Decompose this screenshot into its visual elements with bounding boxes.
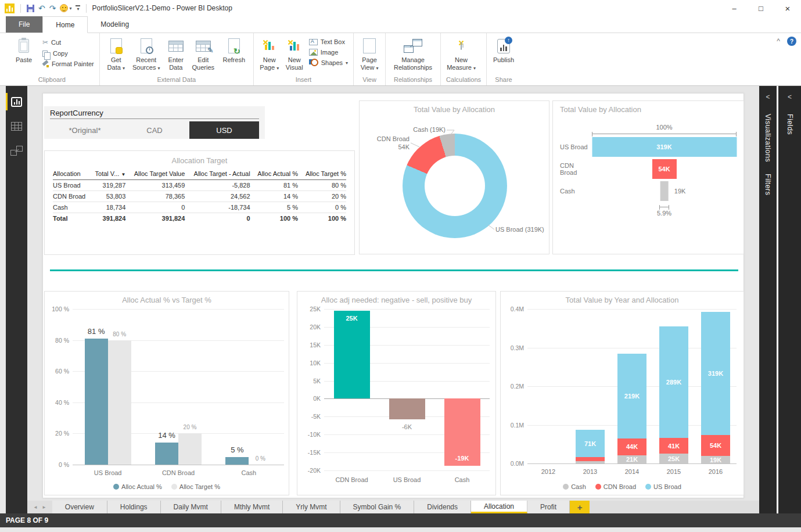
funnel-bar[interactable]: 319K <box>592 137 737 157</box>
bar[interactable] <box>389 398 425 419</box>
visual-title: Total Value by Year and Allocation <box>501 296 743 304</box>
bar[interactable] <box>334 311 370 399</box>
page-tab-mthly-mvmt[interactable]: Mthly Mvmt <box>221 501 283 513</box>
undo-icon[interactable]: ↶ <box>38 4 45 12</box>
enter-data-button[interactable]: Enter Data <box>163 36 189 71</box>
funnel-bar[interactable]: 54K <box>652 159 676 179</box>
table-row[interactable]: Cash18,7340-18,7345 %0 % <box>53 202 346 213</box>
donut-chart[interactable] <box>403 134 507 238</box>
funnel-bar[interactable] <box>660 181 669 201</box>
fields-pane-label[interactable]: Fields <box>786 114 794 135</box>
chevron-down-icon: ▾ <box>157 66 160 71</box>
table-row[interactable]: US Broad319,287313,459-5,82881 %80 % <box>53 180 346 191</box>
image-button[interactable]: Image <box>309 49 348 56</box>
column-header[interactable]: Alloc Target % <box>298 168 346 180</box>
column-header[interactable]: Alloc Target Value <box>125 168 185 180</box>
legend-item[interactable]: Alloc Target % <box>171 483 220 490</box>
tab-home[interactable]: Home <box>42 16 88 33</box>
column-header[interactable]: Alloc Actual % <box>250 168 298 180</box>
stacked-bar-segment[interactable]: 54K <box>701 435 730 456</box>
stacked-bar-segment[interactable] <box>576 461 605 463</box>
copy-button[interactable]: Copy <box>42 50 94 57</box>
page-tab-daily-mvmt[interactable]: Daily Mvmt <box>161 501 221 513</box>
legend-item[interactable]: Alloc Actual % <box>113 483 162 490</box>
maximize-button[interactable]: □ <box>748 0 774 16</box>
stacked-bar-segment[interactable]: 19K <box>701 456 730 463</box>
scroll-tabs-right-icon[interactable]: ► <box>42 505 46 510</box>
recent-sources-button[interactable]: Recent Sources ▾ <box>130 36 163 72</box>
page-tab-symbol-gain-[interactable]: Symbol Gain % <box>340 501 415 513</box>
collapse-ribbon-button[interactable]: ^ <box>777 37 780 45</box>
format-painter-button[interactable]: Format Painter <box>42 60 94 67</box>
tab-file[interactable]: File <box>6 16 42 33</box>
tab-modeling[interactable]: Modeling <box>88 16 142 33</box>
cut-button[interactable]: ✂Cut <box>42 38 94 46</box>
group-label: Calculations <box>444 75 483 85</box>
slicer-option-usd[interactable]: USD <box>189 121 259 139</box>
save-icon[interactable] <box>27 5 34 12</box>
y-axis-tick-label: 100 % <box>46 305 69 312</box>
page-tab-allocation[interactable]: Allocation <box>471 501 527 513</box>
stacked-bar-segment[interactable]: 44K <box>617 438 646 455</box>
refresh-button[interactable]: ↻ Refresh <box>218 36 250 64</box>
stacked-bar-segment[interactable]: 21K <box>617 455 646 463</box>
legend-item[interactable]: CDN Broad <box>595 483 636 490</box>
data-view-button[interactable] <box>6 116 27 136</box>
help-button[interactable]: ? <box>787 37 796 46</box>
stacked-bar-segment[interactable]: 41K <box>659 438 688 454</box>
column-header[interactable]: Allocation <box>53 168 88 180</box>
page-tab-profit[interactable]: Profit <box>527 501 570 513</box>
scroll-tabs-left-icon[interactable]: ◄ <box>33 505 38 510</box>
bar-alloc-target[interactable] <box>108 340 131 465</box>
bar-alloc-actual[interactable] <box>85 339 108 465</box>
edit-queries-button[interactable]: ✎ Edit Queries <box>189 36 218 71</box>
minimize-button[interactable]: – <box>721 0 748 16</box>
stacked-bar-segment[interactable]: 71K <box>576 430 605 457</box>
stacked-bar-segment[interactable]: 219K <box>617 354 646 438</box>
stacked-bar-segment[interactable]: 25K <box>659 454 688 463</box>
paste-button[interactable]: Paste <box>8 36 40 64</box>
stacked-bar-segment[interactable]: 319K <box>701 312 730 435</box>
new-page-tab-button[interactable]: + <box>570 501 590 513</box>
data-label: 44K <box>617 443 646 450</box>
stacked-bar-segment[interactable] <box>576 457 605 461</box>
customize-toolbar-button[interactable]: ▾ <box>76 5 80 11</box>
table-row[interactable]: CDN Broad53,80378,36524,56214 %20 % <box>53 191 346 202</box>
column-header[interactable]: Alloc Target - Actual <box>185 168 250 180</box>
report-page: ReportCurrency *Original* CAD USD Alloca… <box>42 93 744 498</box>
text-box-button[interactable]: Text Box <box>309 38 348 45</box>
close-button[interactable]: × <box>774 0 801 16</box>
legend-item[interactable]: US Broad <box>645 483 681 490</box>
model-view-button[interactable] <box>6 141 27 160</box>
new-measure-button[interactable]: New Measure ▾ <box>444 36 479 72</box>
report-view-button[interactable] <box>6 92 27 112</box>
page-tab-dividends[interactable]: Dividends <box>414 501 471 513</box>
new-visual-button[interactable]: New Visual <box>282 36 307 71</box>
column-header-sorted[interactable]: Total V... ▼ <box>88 168 125 180</box>
get-data-button[interactable]: Get Data ▾ <box>103 36 130 72</box>
page-tab-overview[interactable]: Overview <box>52 501 107 513</box>
funnel-bottom-percent-label: 5.9% <box>592 210 737 217</box>
new-page-button[interactable]: New Page ▾ <box>257 36 282 72</box>
slicer-option-cad[interactable]: CAD <box>120 121 189 139</box>
manage-relationships-button[interactable]: Manage Relationships <box>389 36 437 71</box>
visualizations-pane-label[interactable]: Visualizations <box>764 114 772 162</box>
stacked-bar-segment[interactable]: 289K <box>659 326 688 438</box>
shapes-button[interactable]: Shapes▾ <box>309 59 348 66</box>
table-cell: 100 % <box>250 213 298 224</box>
legend-item[interactable]: Cash <box>563 483 586 490</box>
filters-pane-label[interactable]: Filters <box>764 174 772 196</box>
publish-button[interactable]: ↑ Publish <box>490 36 518 64</box>
page-tab-holdings[interactable]: Holdings <box>107 501 161 513</box>
page-tab-yrly-mvmt[interactable]: Yrly Mvmt <box>283 501 340 513</box>
expand-pane-icon[interactable]: < <box>759 93 777 101</box>
group-calculations: New Measure ▾ Calculations <box>441 33 487 85</box>
bar-alloc-actual[interactable] <box>155 443 178 465</box>
slicer-option-original[interactable]: *Original* <box>50 121 120 139</box>
recent-sources-icon <box>141 38 152 53</box>
expand-pane-icon[interactable]: < <box>778 93 801 101</box>
redo-icon[interactable]: ↷ <box>49 4 56 12</box>
table-total-row: Total391,824391,8240100 %100 % <box>53 213 346 224</box>
page-view-button[interactable]: Page View ▾ <box>357 36 382 72</box>
feedback-smiley-button[interactable]: ▾ <box>60 4 71 12</box>
